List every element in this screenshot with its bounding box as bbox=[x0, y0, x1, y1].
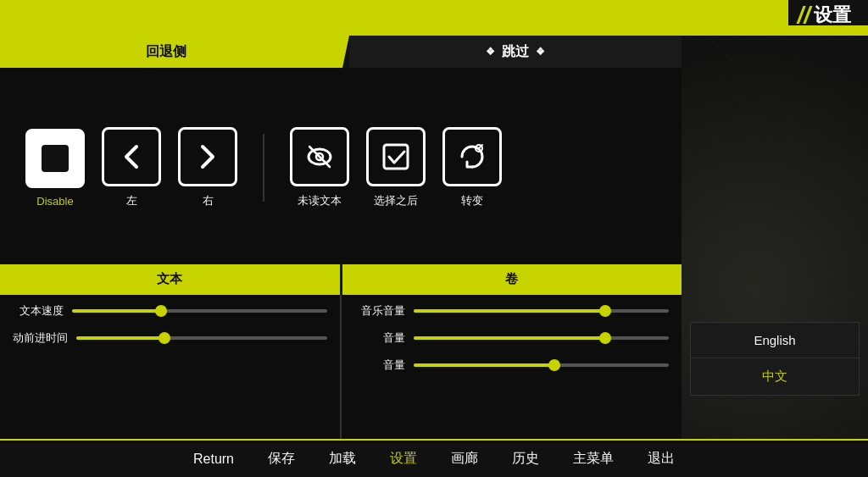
slider-track-advance-time[interactable] bbox=[76, 336, 327, 340]
slider-row-vol1: 音量 bbox=[354, 330, 669, 346]
bottom-nav: Return 保存 加载 设置 画廊 历史 主菜单 退出 bbox=[0, 439, 868, 477]
diamond-left-1: ❖ bbox=[130, 46, 139, 58]
icon-label-right: 右 bbox=[203, 193, 214, 208]
slider-label-advance-time: 动前进时间 bbox=[13, 330, 68, 346]
slider-track-text-speed[interactable] bbox=[72, 309, 327, 313]
slider-fill-music-vol bbox=[414, 309, 605, 313]
slider-row-vol2: 音量 bbox=[354, 358, 669, 373]
section-header-volume: ❖ 卷 ❖ bbox=[342, 264, 682, 295]
nav-item-return[interactable]: Return bbox=[193, 452, 234, 467]
diamond-right-2: ❖ bbox=[536, 46, 545, 58]
diamond-vol-2: ❖ bbox=[523, 274, 532, 286]
lang-option-english[interactable]: English bbox=[691, 323, 859, 358]
slider-track-vol1[interactable] bbox=[414, 336, 669, 340]
slider-thumb-advance-time[interactable] bbox=[159, 332, 170, 344]
icon-box-transform[interactable] bbox=[442, 127, 502, 186]
page-title: 设置 bbox=[814, 3, 851, 28]
text-section-label: 文本 bbox=[157, 271, 182, 287]
check-square-icon bbox=[379, 140, 413, 174]
slider-fill-vol1 bbox=[414, 336, 605, 340]
diamond-text-2: ❖ bbox=[187, 274, 197, 286]
volume-section-label: 卷 bbox=[505, 271, 518, 287]
slider-fill-text-speed bbox=[72, 309, 161, 313]
section-header-skip: ❖ 跳过 ❖ bbox=[349, 36, 682, 68]
skew-sep bbox=[332, 36, 349, 68]
nav-item-gallery[interactable]: 画廊 bbox=[451, 450, 478, 468]
icon-item-unread[interactable]: 未读文本 bbox=[290, 127, 349, 208]
slider-label-vol1: 音量 bbox=[354, 330, 405, 346]
skip-label: 跳过 bbox=[502, 43, 529, 61]
nav-item-exit[interactable]: 退出 bbox=[648, 450, 675, 468]
slider-thumb-vol1[interactable] bbox=[599, 332, 611, 344]
eye-slash-icon bbox=[303, 140, 337, 174]
second-bar bbox=[0, 25, 868, 36]
refresh-icon bbox=[455, 140, 489, 174]
slider-thumb-text-speed[interactable] bbox=[155, 305, 167, 317]
diamond-vol-1: ❖ bbox=[491, 274, 500, 286]
slider-fill-advance-time bbox=[76, 336, 164, 340]
icon-item-after-select[interactable]: 选择之后 bbox=[366, 127, 426, 208]
nav-item-history[interactable]: 历史 bbox=[512, 450, 539, 468]
volume-sliders: 音乐音量 音量 音量 bbox=[342, 295, 682, 440]
chevron-right-icon bbox=[191, 140, 225, 174]
slider-thumb-music-vol[interactable] bbox=[599, 305, 611, 317]
section-header-backtrack: ❖ 回退侧 ❖ bbox=[0, 36, 332, 68]
language-panel: English 中文 bbox=[690, 322, 860, 396]
slider-track-music-vol[interactable] bbox=[414, 309, 669, 313]
icons-separator bbox=[263, 134, 264, 202]
nav-item-load[interactable]: 加载 bbox=[329, 450, 356, 468]
top-section-headers: ❖ 回退侧 ❖ ❖ 跳过 ❖ bbox=[0, 36, 682, 68]
svg-rect-6 bbox=[384, 145, 408, 169]
icon-box-disable[interactable] bbox=[25, 129, 85, 188]
section-header-text: ❖ 文本 ❖ bbox=[0, 264, 340, 295]
slider-row-text-speed: 文本速度 bbox=[13, 303, 327, 319]
icon-item-left[interactable]: 左 bbox=[102, 127, 161, 208]
lang-option-chinese[interactable]: 中文 bbox=[691, 358, 859, 395]
icon-label-transform: 转变 bbox=[461, 193, 483, 208]
nav-item-save[interactable]: 保存 bbox=[268, 450, 295, 468]
backtrack-label: 回退侧 bbox=[146, 43, 186, 61]
diamond-left-2: ❖ bbox=[193, 46, 203, 58]
slider-label-vol2: 音量 bbox=[354, 358, 405, 373]
text-sliders: 文本速度 动前进时间 bbox=[0, 295, 340, 440]
chevron-left-icon bbox=[114, 140, 148, 174]
diamond-text-1: ❖ bbox=[142, 274, 152, 286]
slider-row-advance-time: 动前进时间 bbox=[13, 330, 327, 346]
icon-item-right[interactable]: 右 bbox=[178, 127, 237, 208]
x-icon bbox=[38, 141, 72, 175]
icon-label-unread: 未读文本 bbox=[298, 193, 342, 208]
lower-content: 文本速度 动前进时间 音乐音量 bbox=[0, 295, 682, 440]
slider-label-music-vol: 音乐音量 bbox=[354, 303, 405, 319]
icon-box-left[interactable] bbox=[102, 127, 161, 186]
slider-row-music-vol: 音乐音量 bbox=[354, 303, 669, 319]
icons-section: Disable 左 右 bbox=[0, 68, 682, 264]
nav-item-main-menu[interactable]: 主菜单 bbox=[573, 450, 614, 468]
icon-box-after-select[interactable] bbox=[366, 127, 426, 186]
bottom-header-row: ❖ 文本 ❖ ❖ 卷 ❖ bbox=[0, 264, 682, 295]
nav-item-settings[interactable]: 设置 bbox=[390, 450, 417, 468]
slider-label-text-speed: 文本速度 bbox=[13, 303, 64, 319]
slider-track-vol2[interactable] bbox=[414, 363, 669, 367]
lang-english-label: English bbox=[754, 333, 795, 347]
icon-box-unread[interactable] bbox=[290, 127, 349, 186]
icon-label-after-select: 选择之后 bbox=[374, 193, 418, 208]
lower-section: ❖ 文本 ❖ ❖ 卷 ❖ 文本速度 bbox=[0, 264, 682, 440]
icon-item-disable[interactable]: Disable bbox=[25, 129, 85, 208]
lang-chinese-label: 中文 bbox=[762, 369, 787, 383]
icon-label-disable: Disable bbox=[36, 195, 73, 208]
slider-thumb-vol2[interactable] bbox=[548, 359, 560, 371]
icon-item-transform[interactable]: 转变 bbox=[442, 127, 502, 208]
icon-box-right[interactable] bbox=[178, 127, 237, 186]
slider-fill-vol2 bbox=[414, 363, 554, 367]
content-area: ❖ 回退侧 ❖ ❖ 跳过 ❖ Disable bbox=[0, 36, 682, 439]
icon-label-left: 左 bbox=[126, 193, 137, 208]
diamond-right-1: ❖ bbox=[486, 46, 495, 58]
top-bar: // 设置 bbox=[0, 0, 868, 25]
